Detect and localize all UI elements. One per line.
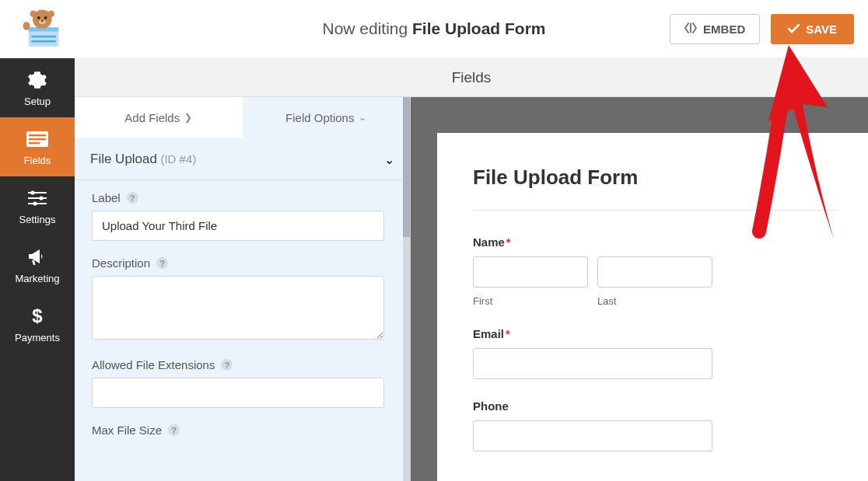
help-icon[interactable]: ? [221,359,233,371]
svg-rect-15 [29,142,40,144]
svg-point-16 [30,190,34,194]
sidebar-item-payments[interactable]: $ Payments [0,295,75,354]
preview-panel: File Upload Form Name* First Last Email* [411,97,868,481]
chevron-down-icon: ⌄ [384,152,394,167]
name-field-label: Name* [473,235,837,249]
svg-rect-13 [29,134,46,136]
builder-sidebar: Setup Fields Settings Marketing $ Paymen… [0,58,75,481]
save-label: SAVE [806,23,837,36]
sidebar-item-label: Marketing [15,273,59,284]
field-block-toggle[interactable]: File Upload (ID #4) ⌄ [75,138,410,180]
last-sublabel: Last [597,291,712,307]
svg-point-8 [41,20,43,22]
chevron-right-icon: ❯ [184,112,192,123]
dollar-icon: $ [26,305,48,327]
chevron-down-icon: ⌄ [359,112,366,123]
name-inputs [473,256,837,288]
option-extensions-label: Allowed File Extensions [92,358,215,371]
help-icon[interactable]: ? [127,192,138,204]
form-name-text: File Upload Form [412,19,546,37]
form-icon [26,128,48,150]
svg-point-17 [39,196,43,200]
svg-text:$: $ [32,306,43,326]
svg-point-10 [47,10,54,17]
embed-label: EMBED [703,23,745,36]
required-mark: * [506,235,511,249]
now-editing-text: Now editing [322,19,412,37]
svg-point-5 [37,16,40,19]
form-preview-title: File Upload Form [473,166,837,211]
top-bar: Now editing File Upload Form EMBED SAVE [0,0,868,58]
sidebar-item-settings[interactable]: Settings [0,176,75,235]
embed-button[interactable]: EMBED [670,14,760,44]
sidebar-item-label: Payments [15,332,60,343]
sidebar-item-label: Fields [24,155,51,166]
bullhorn-icon [26,246,48,268]
main-area: Setup Fields Settings Marketing $ Paymen… [0,58,868,481]
page-title: Now editing File Upload Form [322,19,545,38]
help-icon[interactable]: ? [156,257,168,269]
svg-rect-3 [31,40,56,43]
svg-point-6 [44,16,47,19]
email-field-label: Email* [473,327,837,340]
option-label-label: Label [92,191,121,204]
field-type-text: File Upload [90,152,157,166]
tab-label: Add Fields [124,111,180,124]
check-icon [788,23,800,36]
phone-input[interactable] [473,420,712,451]
form-preview[interactable]: File Upload Form Name* First Last Email* [437,133,868,481]
svg-point-18 [33,201,37,205]
first-name-input[interactable] [473,256,588,288]
gear-icon [26,69,48,91]
help-icon[interactable]: ? [168,424,180,436]
tab-label: Field Options [285,111,354,124]
option-maxsize-label: Max File Size [92,423,162,437]
sidebar-item-label: Setup [24,96,51,107]
sidebar-item-marketing[interactable]: Marketing [0,235,75,295]
svg-rect-14 [29,138,46,140]
code-icon [684,23,697,36]
sidebar-item-fields[interactable]: Fields [0,117,75,176]
tab-field-options[interactable]: Field Options ⌄ [243,97,411,138]
save-button[interactable]: SAVE [771,14,854,44]
section-title: Fields [452,69,492,86]
field-id-text: (ID #4) [160,152,196,166]
first-sublabel: First [473,291,588,307]
app-logo [22,7,65,51]
field-options-body: Label ? Description ? [75,180,410,443]
name-sublabels: First Last [473,291,837,307]
options-panel: Add Fields ❯ Field Options ⌄ File Upload… [75,97,411,481]
tab-add-fields[interactable]: Add Fields ❯ [75,97,243,138]
svg-rect-11 [23,22,30,30]
svg-rect-2 [31,36,56,38]
sidebar-item-setup[interactable]: Setup [0,58,75,117]
builder-region: Fields Add Fields ❯ Field Options ⌄ [75,58,868,481]
sidebar-item-label: Settings [19,214,56,225]
sliders-icon [26,187,48,209]
option-description-label: Description [92,256,150,270]
section-header: Fields [75,58,868,97]
last-name-input[interactable] [597,256,712,288]
extensions-input[interactable] [92,378,384,408]
label-input[interactable] [92,211,384,241]
top-actions: EMBED SAVE [670,14,854,44]
required-mark: * [506,327,510,340]
svg-point-9 [30,10,37,17]
email-input[interactable] [473,348,712,379]
options-scrollbar[interactable] [403,97,410,481]
phone-field-label: Phone [473,399,837,413]
builder-columns: Add Fields ❯ Field Options ⌄ File Upload… [75,97,868,481]
description-input[interactable] [92,276,384,340]
panel-tabs: Add Fields ❯ Field Options ⌄ [75,97,410,138]
